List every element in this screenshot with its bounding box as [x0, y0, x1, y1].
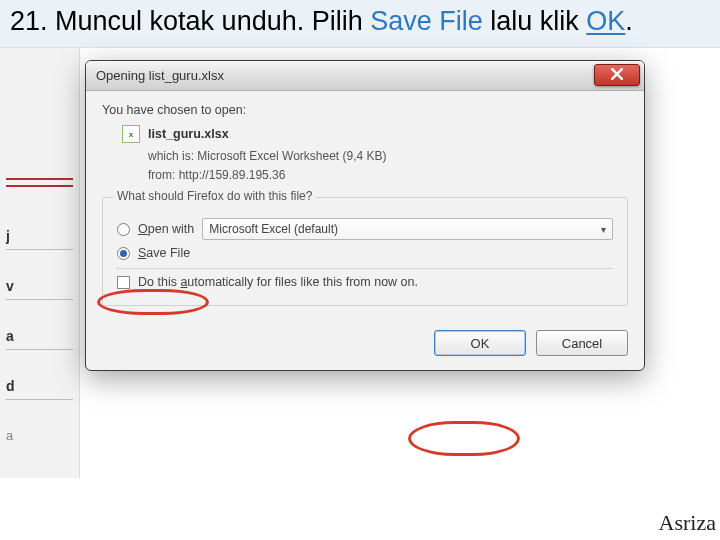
title-accent-save: Save File	[370, 6, 490, 36]
dialog-titlebar: Opening list_guru.xlsx	[86, 61, 644, 91]
which-is-label: which is:	[148, 149, 194, 163]
cancel-button[interactable]: Cancel	[536, 330, 628, 356]
ok-button[interactable]: OK	[434, 330, 526, 356]
dialog-title-text: Opening list_guru.xlsx	[96, 68, 224, 83]
title-accent-ok: OK	[586, 6, 625, 36]
close-icon	[611, 68, 623, 83]
bg-row-5: d	[6, 378, 73, 400]
action-groupbox: What should Firefox do with this file? O…	[102, 197, 628, 306]
dialog-body: You have chosen to open: x list_guru.xls…	[86, 91, 644, 320]
close-button[interactable]	[594, 64, 640, 86]
open-with-combo[interactable]: Microsoft Excel (default) ▾	[202, 218, 613, 240]
open-with-radio[interactable]	[117, 223, 130, 236]
action-question: What should Firefox do with this file?	[113, 189, 316, 203]
save-file-radio[interactable]	[117, 247, 130, 260]
download-dialog: Opening list_guru.xlsx You have chosen t…	[85, 60, 645, 371]
file-name: list_guru.xlsx	[148, 127, 229, 141]
excel-file-icon: x	[122, 125, 140, 143]
from-value: http://159.89.195.36	[179, 168, 286, 182]
bg-row-2: j	[6, 228, 73, 250]
from-label: from:	[148, 168, 175, 182]
dialog-footer: OK Cancel	[86, 320, 644, 370]
which-is-value: Microsoft Excel Worksheet (9,4 KB)	[197, 149, 386, 163]
save-file-row[interactable]: Save File	[117, 246, 613, 260]
title-text-3: .	[625, 6, 633, 36]
bg-row-3: v	[6, 278, 73, 300]
auto-label: Do this automatically for files like thi…	[138, 275, 418, 289]
open-with-row[interactable]: Open with Microsoft Excel (default) ▾	[117, 218, 613, 240]
bg-row-4: a	[6, 328, 73, 350]
auto-checkbox[interactable]	[117, 276, 130, 289]
background-page-strip: j v a d a	[0, 48, 80, 478]
bg-row-1	[6, 178, 73, 187]
slide-attribution: Asriza	[659, 510, 716, 536]
chevron-down-icon: ▾	[601, 224, 606, 235]
chosen-label: You have chosen to open:	[102, 103, 628, 117]
file-row: x list_guru.xlsx	[122, 125, 628, 143]
screenshot-area: j v a d a Opening list_guru.xlsx You hav…	[0, 48, 720, 478]
bg-row-6: a	[6, 428, 73, 448]
separator	[117, 268, 613, 269]
slide-title: 21. Muncul kotak unduh. Pilih Save File …	[0, 0, 720, 48]
open-with-app: Microsoft Excel (default)	[209, 222, 338, 236]
open-with-label: Open with	[138, 222, 194, 236]
annotation-circle-ok	[408, 421, 520, 456]
save-file-label: Save File	[138, 246, 190, 260]
auto-row[interactable]: Do this automatically for files like thi…	[117, 275, 613, 289]
file-meta: which is: Microsoft Excel Worksheet (9,4…	[148, 147, 628, 185]
title-text-2: lalu klik	[490, 6, 586, 36]
title-text-1: 21. Muncul kotak unduh. Pilih	[10, 6, 370, 36]
